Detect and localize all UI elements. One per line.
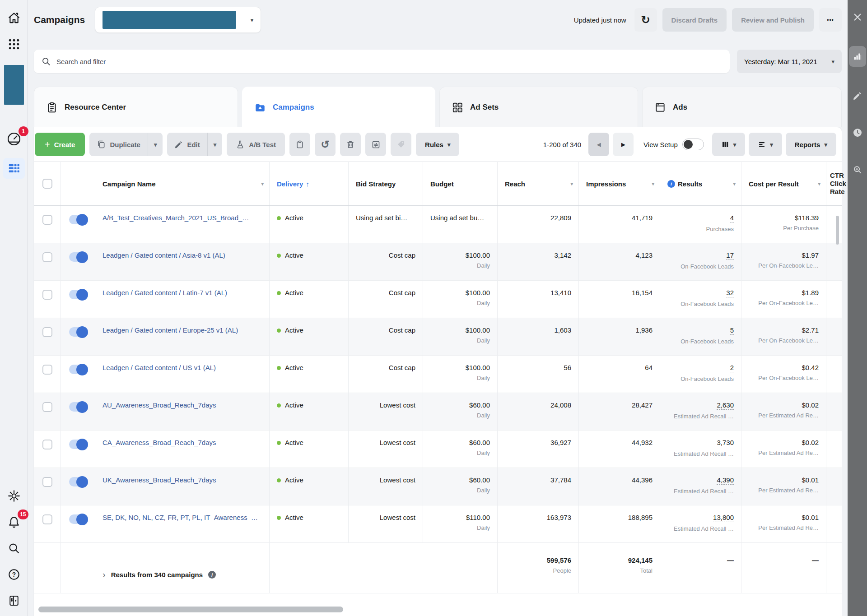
results-value[interactable]: 3,730: [717, 439, 734, 447]
campaign-name-link[interactable]: Leadgen / Gated content / Latin-7 v1 (AL…: [103, 289, 262, 296]
column-header-results[interactable]: i Results ▾: [660, 162, 741, 205]
campaign-active-toggle[interactable]: [69, 290, 87, 299]
campaign-name-link[interactable]: Leadgen / Gated content / Europe-25 v1 (…: [103, 326, 262, 334]
campaign-name-link[interactable]: A/B_Test_Creatives_March_2021_US_Broad_…: [103, 214, 262, 222]
refresh-button[interactable]: ↻: [634, 8, 657, 32]
create-button[interactable]: + Create: [35, 133, 85, 156]
campaign-active-toggle[interactable]: [69, 514, 87, 524]
ads-reporting-icon[interactable]: 1: [4, 130, 24, 148]
results-value[interactable]: 5: [730, 326, 734, 335]
results-value[interactable]: 17: [726, 251, 734, 260]
rules-button[interactable]: Rules ▾: [416, 133, 459, 156]
campaign-name-link[interactable]: SE, DK, NO, NL, CZ, FR, PT, PL, IT_Aware…: [103, 514, 262, 521]
results-value[interactable]: 2: [730, 364, 734, 372]
search-input[interactable]: [56, 58, 722, 65]
column-header-ctr[interactable]: CTR Click Rate: [826, 162, 842, 205]
results-value[interactable]: 4,390: [717, 476, 734, 485]
campaign-name-link[interactable]: Leadgen / Gated content / US v1 (AL): [103, 364, 262, 371]
tab-resource-center[interactable]: Resource Center: [34, 87, 238, 127]
column-header-campaign-name[interactable]: Campaign Name ▾: [95, 162, 270, 205]
tag-button[interactable]: [391, 133, 411, 156]
account-dropdown[interactable]: ▾: [95, 7, 261, 33]
column-header-bid-strategy[interactable]: Bid Strategy: [349, 162, 423, 205]
discard-drafts-button[interactable]: Discard Drafts: [662, 8, 727, 32]
pin-clipboard-button[interactable]: [289, 133, 310, 156]
results-value[interactable]: 2,630: [717, 401, 734, 410]
tab-campaigns[interactable]: Campaigns: [242, 87, 435, 127]
apps-grid-icon[interactable]: [4, 35, 24, 53]
results-value[interactable]: 13,800: [713, 514, 734, 522]
notifications-bell-icon[interactable]: 15: [4, 513, 24, 531]
campaign-active-toggle[interactable]: [69, 215, 87, 224]
campaign-active-toggle[interactable]: [69, 327, 87, 337]
results-value[interactable]: 32: [726, 289, 734, 297]
info-icon[interactable]: i: [667, 180, 675, 188]
campaign-active-toggle[interactable]: [69, 402, 87, 412]
search-sidebar-icon[interactable]: [4, 539, 24, 557]
horizontal-scrollbar[interactable]: [38, 607, 343, 612]
row-checkbox[interactable]: [42, 252, 52, 262]
help-icon[interactable]: ?: [4, 565, 24, 584]
sort-caret-icon[interactable]: ▾: [652, 181, 654, 187]
campaign-name-link[interactable]: CA_Awareness_Broad_Reach_7days: [103, 439, 262, 446]
sort-caret-icon[interactable]: ▾: [818, 181, 820, 187]
close-icon[interactable]: [849, 9, 866, 25]
breakdown-button[interactable]: ▾: [749, 133, 782, 156]
campaign-name-link[interactable]: AU_Awareness_Broad_Reach_7days: [103, 401, 262, 409]
row-checkbox[interactable]: [42, 402, 52, 412]
row-checkbox[interactable]: [42, 215, 52, 225]
view-setup-toggle[interactable]: [682, 139, 704, 150]
row-checkbox[interactable]: [42, 365, 52, 375]
undo-button[interactable]: ↺: [315, 133, 336, 156]
duplicate-button[interactable]: Duplicate: [89, 133, 148, 156]
search-box[interactable]: [34, 50, 730, 73]
tab-ad-sets[interactable]: Ad Sets: [439, 87, 638, 127]
edit-caret-button[interactable]: ▾: [207, 133, 223, 156]
campaign-active-toggle[interactable]: [69, 440, 87, 449]
previous-page-button[interactable]: ◀: [588, 133, 609, 156]
info-icon[interactable]: i: [208, 571, 216, 579]
row-checkbox[interactable]: [42, 327, 52, 337]
column-header-budget[interactable]: Budget: [423, 162, 498, 205]
campaign-active-toggle[interactable]: [69, 477, 87, 486]
results-value[interactable]: 4: [730, 214, 734, 222]
delete-button[interactable]: [340, 133, 361, 156]
review-and-publish-button[interactable]: Review and Publish: [732, 8, 814, 32]
sort-caret-icon[interactable]: ▾: [261, 181, 264, 187]
expand-chevron-icon[interactable]: ›: [103, 570, 106, 580]
edit-button[interactable]: Edit: [167, 133, 207, 156]
reports-button[interactable]: Reports ▾: [786, 133, 836, 156]
row-checkbox[interactable]: [42, 290, 52, 300]
row-checkbox[interactable]: [42, 514, 52, 524]
home-icon[interactable]: [4, 9, 24, 27]
campaigns-table-icon-selected[interactable]: [3, 158, 25, 179]
campaign-active-toggle[interactable]: [69, 252, 87, 262]
select-all-checkbox[interactable]: [42, 179, 52, 189]
more-options-button[interactable]: •••: [819, 8, 842, 32]
history-clock-icon[interactable]: [849, 125, 866, 141]
column-header-impressions[interactable]: Impressions ▾: [579, 162, 660, 205]
ab-test-button[interactable]: A/B Test: [227, 133, 285, 156]
column-header-delivery[interactable]: Delivery ↑: [270, 162, 349, 205]
row-checkbox[interactable]: [42, 477, 52, 487]
row-checkbox[interactable]: [42, 440, 52, 449]
edit-pencil-icon[interactable]: [849, 88, 866, 104]
sort-caret-icon[interactable]: ▾: [570, 181, 573, 187]
export-button[interactable]: [365, 133, 386, 156]
date-range-selector[interactable]: Yesterday: Mar 11, 2021 ▾: [737, 50, 842, 73]
business-avatar[interactable]: [4, 65, 24, 105]
sort-caret-icon[interactable]: ▾: [733, 181, 736, 187]
columns-button[interactable]: ▾: [712, 133, 746, 156]
collapse-sidebar-icon[interactable]: [4, 592, 24, 610]
duplicate-caret-button[interactable]: ▾: [148, 133, 163, 156]
campaign-name-link[interactable]: UK_Awareness_Broad_Reach_7days: [103, 476, 262, 484]
vertical-scrollbar[interactable]: [836, 216, 839, 245]
next-page-button[interactable]: ▶: [613, 133, 634, 156]
column-header-cost-per-result[interactable]: Cost per Result ▾: [741, 162, 826, 205]
performance-chart-icon[interactable]: [849, 46, 866, 67]
campaign-name-link[interactable]: Leadgen / Gated content / Asia-8 v1 (AL): [103, 251, 262, 259]
campaign-active-toggle[interactable]: [69, 365, 87, 374]
inspect-magnifier-icon[interactable]: [849, 162, 866, 178]
column-header-reach[interactable]: Reach ▾: [498, 162, 579, 205]
tab-ads[interactable]: Ads: [642, 87, 842, 127]
